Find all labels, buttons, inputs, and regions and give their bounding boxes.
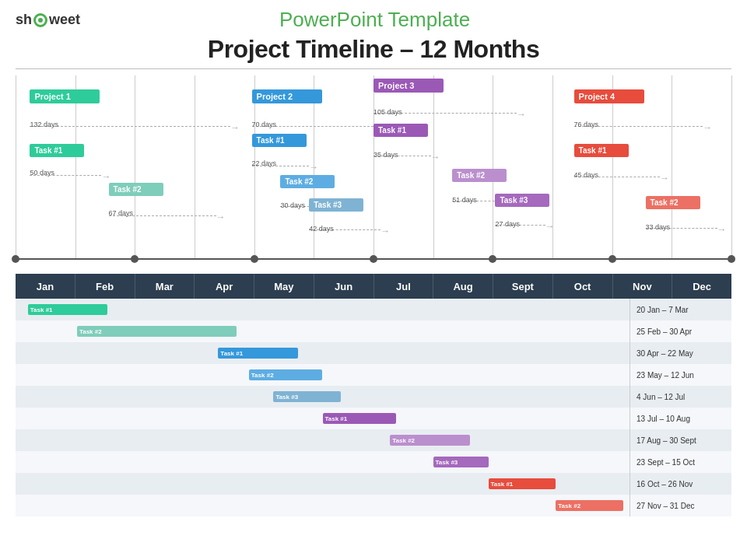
row-date-label: 4 Jun – 12 Jul [630,393,731,401]
gantt-bar-p3t2: Task #2 [390,435,470,446]
p3-arrowhead: → [517,109,526,120]
p1-task2: Task #2 [109,183,163,196]
table-row: Task #2 27 Nov – 31 Dec [16,495,731,516]
month-jun: Jun [314,274,374,299]
p2-task3: Task #3 [309,198,363,212]
row-cell: Task #1 [16,408,630,429]
table-row: Task #3 23 Sept – 15 Oct [16,451,731,473]
p3-task2: Task #2 [452,169,507,182]
row-date-label: 25 Feb – 30 Apr [630,327,731,336]
marker-sept [489,255,496,263]
row-cell: Task #3 [16,451,630,473]
gantt-bar-p2t2: Task #2 [249,369,323,380]
row-cell: Task #1 [16,299,630,320]
months-header: Jan Feb Mar Apr May Jun Jul Aug Sept Oct… [16,274,731,299]
gantt-bar-p4t1: Task #1 [489,478,556,489]
p2-t1-arrowhead: → [309,162,318,173]
month-oct: Oct [553,274,613,299]
table-area: Task #1 20 Jan – 7 Mar Task #2 25 Feb – … [16,299,731,516]
p1-t1-arrowhead: → [101,171,110,182]
p4-task1: Task #1 [574,144,629,157]
gantt-bar-p3t3: Task #3 [433,457,489,467]
project1-block: Project 1 [30,89,100,103]
gantt-bar-p4t2: Task #2 [556,500,623,511]
marker-mar [131,255,139,263]
project4-block: Project 4 [574,89,644,103]
row-date-label: 20 Jan – 7 Mar [630,306,731,314]
marker-dec [728,255,735,263]
row-date-label: 17 Aug – 30 Sept [630,436,731,445]
divider [16,68,731,69]
row-cell: Task #2 [16,320,630,342]
month-nov: Nov [613,274,673,299]
month-sept: Sept [493,274,553,299]
template-title: PowerPoint Template [80,8,669,32]
p4-t2-days: 33 days [646,223,671,231]
p1-arrow [30,126,230,127]
p3-t3-days: 27 days [495,220,520,228]
p2-t3-days: 42 days [309,225,334,233]
row-cell: Task #2 [16,495,630,516]
p3-t1-days: 35 days [374,151,398,159]
row-date-label: 13 Jul – 10 Aug [630,415,731,423]
logo-text-pre: sh [16,12,32,28]
marker-may [251,255,258,263]
p4-t1-arrowhead: → [660,173,669,184]
p3-t3-arrowhead: → [545,221,555,232]
table-row: Task #2 25 Feb – 30 Apr [16,320,731,342]
p2-t2-days: 30 days [280,201,305,209]
p2-t3-arrowhead: → [381,226,390,236]
marker-jan [12,255,19,263]
marker-jul [370,255,377,263]
p3-task1: Task #1 [374,124,428,137]
row-cell: Task #3 [16,386,630,408]
p3-days: 105 days [374,108,402,116]
row-cell: Task #1 [16,342,630,364]
row-cell: Task #1 [16,473,630,495]
month-apr: Apr [195,274,254,299]
logo-icon [33,13,47,27]
p3-t2-days: 51 days [452,196,477,204]
row-date-label: 30 Apr – 22 May [630,349,731,358]
page-title: Project Timeline – 12 Months [0,35,747,64]
gantt-bar-p1t1: Task #1 [28,304,108,315]
p4-task2: Task #2 [646,196,700,209]
p4-t1-days: 45 days [574,171,599,179]
project2-block: Project 2 [252,89,322,103]
month-dec: Dec [672,274,731,299]
table-row: Task #3 4 Jun – 12 Jul [16,386,731,408]
p4-t2-arrowhead: → [717,224,727,235]
gantt-bar-p3t1: Task #1 [323,413,397,424]
project3-block: Project 3 [374,79,444,93]
row-cell: Task #2 [16,364,630,386]
table-row: Task #1 30 Apr – 22 May [16,342,731,364]
table-row: Task #1 13 Jul – 10 Aug [16,408,731,429]
logo-text-post: weet [49,12,80,28]
row-date-label: 16 Oct – 26 Nov [630,480,731,488]
month-aug: Aug [433,274,493,299]
marker-nov [608,255,616,263]
row-date-label: 23 Sept – 15 Oct [630,458,731,467]
month-mar: Mar [135,274,195,299]
month-may: May [254,274,314,299]
month-jan: Jan [16,274,75,299]
row-date-label: 23 May – 12 Jun [630,371,731,380]
p2-t1-days: 22 days [252,159,277,167]
p4-arrowhead: → [703,122,712,133]
p1-t1-days: 50 days [30,169,54,177]
p1-task1: Task #1 [30,144,84,157]
month-feb: Feb [75,274,135,299]
gantt-bar-p2t3: Task #3 [273,391,341,402]
p2-task1: Task #1 [252,134,307,147]
table-row: Task #2 23 May – 12 Jun [16,364,731,386]
table-row: Task #1 20 Jan – 7 Mar [16,299,731,320]
row-cell: Task #2 [16,429,630,451]
month-jul: Jul [374,274,434,299]
gantt-bar-p2t1: Task #1 [218,348,298,359]
p3-t1-arrowhead: → [431,152,440,163]
row-date-label: 27 Nov – 31 Dec [630,502,731,510]
p2-task2: Task #2 [280,175,335,188]
p4-days: 76 days [574,121,599,128]
p1-arrowhead: → [230,122,240,133]
table-row: Task #1 16 Oct – 26 Nov [16,473,731,495]
